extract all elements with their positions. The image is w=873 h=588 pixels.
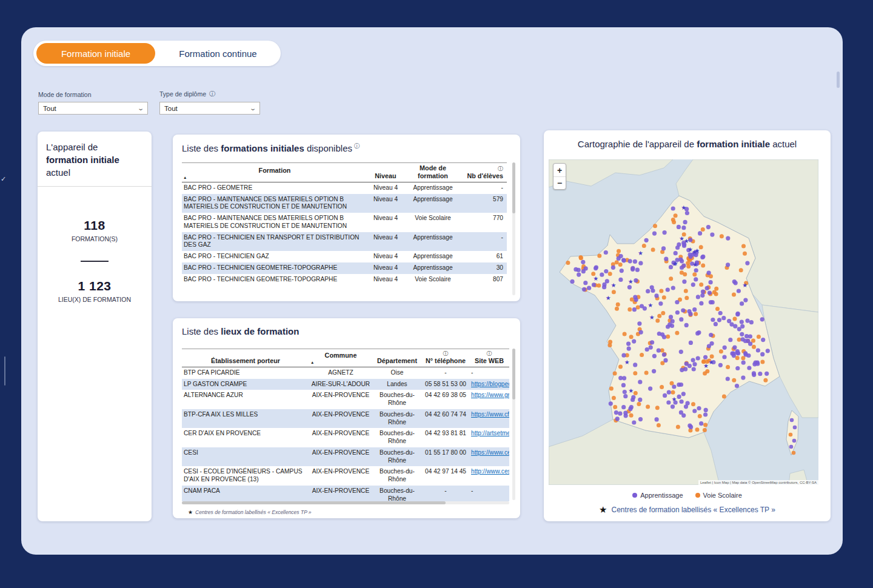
lieux-table-body: BTP CFA PICARDIEAGNETZOise--LP GASTON CR… [182, 367, 509, 501]
cell-mode: Apprentissage [404, 251, 462, 262]
tab-formation-continue[interactable]: Formation continue [155, 48, 281, 59]
cell-nb: 579 [462, 194, 507, 213]
column-telephone[interactable]: ⓘ N° téléphone [422, 349, 469, 367]
purple-dot-icon [632, 493, 637, 498]
table-row[interactable]: BAC PRO - MAINTENANCE DES MATERIELS OPTI… [182, 213, 507, 232]
site-link[interactable]: https://www.ces [471, 449, 509, 456]
map-legend: Apprentissage Voie Scolaire [544, 492, 831, 499]
column-niveau[interactable]: Niveau [367, 163, 404, 182]
table-row[interactable]: BAC PRO - TECHNICIEN GEOMETRE-TOPOGRAPHE… [182, 262, 507, 274]
svg-text:★: ★ [684, 238, 689, 244]
cell-formation: BAC PRO - TECHNICIEN GEOMETRE-TOPOGRAPHE [182, 274, 367, 286]
svg-text:★: ★ [672, 396, 677, 403]
stats-card-title: L'appareil de formation initiale actuel [38, 132, 152, 187]
cell-nb: - [462, 182, 507, 194]
star-icon: ★ [188, 509, 193, 515]
mode-dropdown[interactable]: Tout ⌄ [38, 102, 148, 115]
lieux-table-header: Établissement porteur Commune ▲ Départem… [182, 349, 509, 367]
cell-nb: 61 [462, 251, 507, 262]
table-row[interactable]: BAC PRO - GEOMETRENiveau 4Apprentissage- [182, 182, 507, 194]
table-row[interactable]: CESIAIX-EN-PROVENCEBouches-du-Rhône01 55… [182, 447, 509, 467]
formations-scrollbar[interactable] [512, 162, 515, 295]
lieux-count: 1 123 [38, 279, 152, 293]
orange-dot-icon [695, 493, 700, 498]
cell-departement: Bouches-du-Rhône [372, 409, 422, 429]
cell-departement: Bouches-du-Rhône [372, 486, 422, 501]
column-formation[interactable]: Formation ▲ [182, 163, 367, 182]
column-etablissement[interactable]: Établissement porteur [182, 349, 309, 367]
lieux-list-card: Liste des lieux de formation Établisseme… [173, 318, 520, 518]
cell-niveau: Niveau 4 [367, 274, 404, 286]
france-map[interactable]: ★★★★★★★★★★★★★★★★★★★★★★ + − Leaflet | Ico… [549, 159, 818, 485]
cell-niveau: Niveau 4 [367, 213, 404, 232]
site-link[interactable]: https://www.gro [471, 392, 509, 398]
cell-etablissement: BTP CFA PICARDIE [182, 367, 309, 379]
cell-site: http://www.cesi [469, 466, 509, 486]
formations-list-card: Liste des formations initiales disponibl… [173, 135, 520, 301]
info-icon[interactable]: ⓘ [209, 90, 215, 98]
info-icon[interactable]: ⓘ [443, 350, 449, 357]
column-commune[interactable]: Commune ▲ [309, 349, 372, 367]
cell-commune: AIX-EN-PROVENCE [309, 390, 372, 409]
site-link[interactable]: https://www.cfa [471, 411, 509, 418]
table-row[interactable]: CESI - ECOLE D'INGÉNIEURS - CAMPUS D'AIX… [182, 466, 509, 486]
cell-niveau: Niveau 4 [367, 182, 404, 194]
info-icon[interactable]: ⓘ [354, 142, 360, 149]
table-row[interactable]: BAC PRO - TECHNICIEN GAZNiveau 4Apprenti… [182, 251, 507, 262]
cell-mode: Apprentissage [404, 232, 462, 252]
formation-tabs: Formation initiale Formation continue [33, 41, 281, 66]
cell-etablissement: CESI [182, 447, 309, 467]
tab-formation-initiale[interactable]: Formation initiale [36, 43, 155, 64]
svg-text:★: ★ [624, 359, 630, 366]
table-row[interactable]: ALTERNANCE AZURAIX-EN-PROVENCEBouches-du… [182, 390, 509, 409]
column-site-web[interactable]: ⓘ Site WEB [469, 349, 509, 367]
zoom-in-button[interactable]: + [554, 164, 566, 176]
lieux-hscrollbar[interactable] [182, 501, 509, 504]
cell-etablissement: CNAM PACA [182, 486, 309, 501]
cell-mode: Voie Scolaire [404, 274, 462, 286]
table-row[interactable]: BAC PRO - TECHNICIEN GEOMETRE-TOPOGRAPHE… [182, 274, 507, 286]
svg-text:★: ★ [692, 261, 698, 268]
canvas-scrollbar[interactable] [837, 72, 840, 88]
site-link[interactable]: http://artsetmet [471, 430, 509, 436]
site-link[interactable]: http://www.cesi [471, 468, 509, 475]
zoom-out-button[interactable]: − [554, 176, 566, 189]
cell-departement: Bouches-du-Rhône [372, 447, 422, 467]
column-departement[interactable]: Département [372, 349, 422, 367]
map-svg: ★★★★★★★★★★★★★★★★★★★★★★ [549, 159, 818, 485]
filter-diplome-label: Type de diplôme ⓘ [159, 90, 260, 98]
cell-site: https://www.cfa [469, 409, 509, 429]
sort-asc-icon: ▲ [310, 360, 314, 365]
cell-formation: BAC PRO - MAINTENANCE DES MATERIELS OPTI… [182, 213, 367, 232]
info-icon[interactable]: ⓘ [487, 350, 492, 357]
chevron-down-icon: ⌄ [137, 105, 144, 112]
table-row[interactable]: CNAM PACAAIX-EN-PROVENCEBouches-du-Rhône… [182, 486, 509, 501]
page-nav-divider [4, 356, 5, 386]
cell-telephone: 01 55 17 80 00 [422, 447, 469, 467]
cell-nb: 30 [462, 262, 507, 274]
info-icon[interactable]: ⓘ [498, 165, 503, 172]
cell-mode: Apprentissage [404, 262, 462, 274]
table-row[interactable]: BTP CFA PICARDIEAGNETZOise-- [182, 367, 509, 379]
cell-site: https://blogped [469, 379, 509, 390]
cell-departement: Bouches-du-Rhône [372, 390, 422, 409]
cell-mode: Voie Scolaire [404, 213, 462, 232]
lieux-vscrollbar[interactable] [512, 349, 515, 500]
table-row[interactable]: BAC PRO - TECHNICIEN EN TRANSPORT ET DIS… [182, 232, 507, 252]
legend-voie-scolaire[interactable]: Voie Scolaire [695, 492, 742, 499]
table-row[interactable]: LP GASTON CRAMPEAIRE-SUR-L'ADOURLandes05… [182, 379, 509, 390]
table-row[interactable]: BAC PRO - MAINTENANCE DES MATERIELS OPTI… [182, 194, 507, 213]
cell-departement: Landes [372, 379, 422, 390]
site-link[interactable]: https://blogped [471, 381, 509, 387]
cell-formation: BAC PRO - TECHNICIEN GAZ [182, 251, 367, 262]
column-nb-eleves[interactable]: ⓘ Nb d'élèves [462, 163, 507, 182]
svg-text:★: ★ [709, 359, 714, 366]
table-row[interactable]: CER D'AIX EN PROVENCEAIX-EN-PROVENCEBouc… [182, 428, 509, 447]
column-mode[interactable]: Mode de formation [404, 163, 462, 182]
cell-nb: 770 [462, 213, 507, 232]
diplome-dropdown[interactable]: Tout ⌄ [159, 102, 260, 115]
mode-dropdown-value: Tout [43, 105, 56, 112]
legend-apprentissage[interactable]: Apprentissage [632, 492, 683, 499]
stats-divider [81, 261, 109, 262]
table-row[interactable]: BTP-CFA AIX LES MILLESAIX-EN-PROVENCEBou… [182, 409, 509, 429]
